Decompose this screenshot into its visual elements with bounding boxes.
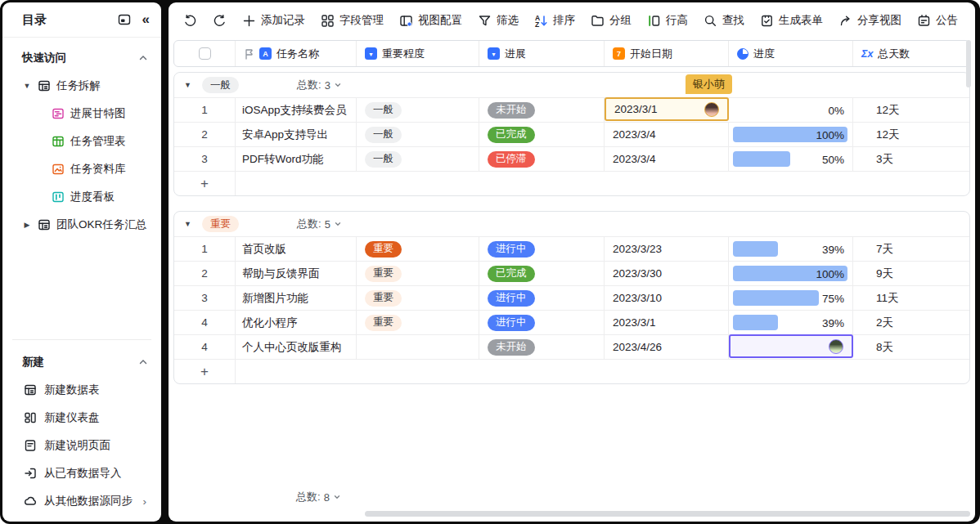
share-icon <box>838 14 852 28</box>
collaborator-cursor-tag: 银小萌 <box>686 74 732 94</box>
sidebar-item-task-library[interactable]: 任务资料库 <box>2 155 161 183</box>
sidebar-item-task-breakdown[interactable]: ▼ 任务拆解 <box>2 72 161 100</box>
panel-toggle-icon[interactable] <box>118 13 131 26</box>
collapse-sidebar-icon[interactable]: « <box>142 11 150 28</box>
importance-badge: 一般 <box>365 102 402 119</box>
caret-down-icon[interactable]: ▼ <box>22 82 32 90</box>
chevron-right-icon[interactable]: › <box>143 495 147 508</box>
group-value-pill[interactable]: 一般 <box>202 77 239 93</box>
select-all-checkbox[interactable] <box>199 47 211 60</box>
row-height-button[interactable]: 行高 <box>647 13 688 28</box>
undo-icon <box>183 14 197 28</box>
sidebar-item-sync-datasource[interactable]: 从其他数据源同步 › <box>2 487 161 515</box>
sidebar-item-okr-summary[interactable]: ▶ 团队OKR任务汇总 <box>2 211 161 239</box>
group-count[interactable]: 总数:5 <box>297 217 342 231</box>
redo-icon <box>213 14 227 28</box>
table-row[interactable]: 2 帮助与反馈界面 重要 已完成 2023/3/30 100% 9天 <box>174 261 969 285</box>
column-header-start-date[interactable]: 7 开始日期 <box>605 41 729 66</box>
status-badge: 未开始 <box>488 339 535 356</box>
table-row[interactable]: 3 新增图片功能 重要 进行中 2023/3/10 75% 11天 <box>174 285 969 310</box>
progress-cell[interactable]: 100% <box>729 123 853 146</box>
sidebar-item-import-data[interactable]: 从已有数据导入 <box>2 459 161 487</box>
quick-access-section-header[interactable]: 快速访问 <box>2 44 161 72</box>
gantt-icon <box>52 107 65 120</box>
redo-button[interactable] <box>213 14 227 28</box>
table-icon <box>38 79 51 92</box>
sidebar-item-new-doc-page[interactable]: 新建说明页面 <box>2 432 161 459</box>
progress-cell[interactable]: 0% <box>729 98 853 122</box>
announcement-button[interactable]: 公告 <box>917 13 958 28</box>
add-record-button[interactable]: 添加记录 <box>242 13 305 28</box>
table-group-important: ▼ 重要 总数:5 1 首页改版 重要 进行中 2023/3/23 39% 7天… <box>173 211 970 384</box>
column-header-importance[interactable]: ▼ 重要程度 <box>357 41 479 66</box>
group-caret-down-icon[interactable]: ▼ <box>184 220 194 228</box>
sidebar-item-label: 新建数据表 <box>44 383 100 397</box>
plus-icon[interactable]: + <box>174 360 236 383</box>
group-value-pill[interactable]: 重要 <box>202 216 239 232</box>
horizontal-scrollbar[interactable] <box>365 511 970 517</box>
chevron-down-icon <box>334 81 342 89</box>
importance-badge: 一般 <box>365 151 402 168</box>
group-count[interactable]: 总数:3 <box>297 78 342 92</box>
importance-badge: 重要 <box>365 315 402 331</box>
svg-text:Z: Z <box>535 20 539 28</box>
status-badge: 已完成 <box>488 266 535 282</box>
add-row-button[interactable]: + <box>174 359 969 383</box>
sidebar-item-label: 从已有数据导入 <box>44 466 122 481</box>
quick-access-label: 快速访问 <box>22 51 138 65</box>
status-badge: 已停滞 <box>488 151 535 168</box>
status-badge: 已完成 <box>488 127 535 143</box>
sidebar-item-new-dashboard[interactable]: 新建仪表盘 <box>2 404 161 432</box>
table-row[interactable]: 4 个人中心页改版重构 未开始 2023/4/26 8天 <box>174 334 969 359</box>
sidebar-title: 目录 <box>22 12 118 28</box>
progress-cell[interactable]: 39% <box>729 311 853 334</box>
primary-flag-icon <box>244 48 254 60</box>
chevron-up-icon[interactable] <box>138 53 148 63</box>
app-window: 目录 « 快速访问 ▼ 任务拆解 进展甘特图 任务管理表 <box>0 0 980 524</box>
chevron-down-icon <box>333 493 341 501</box>
progress-cell[interactable]: 39% <box>729 237 853 261</box>
column-header-task[interactable]: A 任务名称 <box>236 41 357 66</box>
add-row-button[interactable]: + <box>174 171 969 195</box>
table-row[interactable]: 3 PDF转Word功能 一般 已停滞 2023/3/4 50% 3天 <box>174 146 969 171</box>
group-button[interactable]: 分组 <box>591 13 632 28</box>
sidebar-item-label: 任务资料库 <box>70 162 126 177</box>
table-row[interactable]: 1 iOSApp支持续费会员 一般 未开始 2023/3/1 0% 12天 <box>174 97 969 122</box>
table-row[interactable]: 1 首页改版 重要 进行中 2023/3/23 39% 7天 <box>174 236 969 261</box>
chevron-down-icon <box>334 220 342 228</box>
toolbar: 添加记录 字段管理 视图配置 筛选 AZ 排序 分组 <box>169 2 975 38</box>
column-header-status[interactable]: ▼ 进展 <box>479 41 605 66</box>
view-config-button[interactable]: 视图配置 <box>399 13 462 28</box>
view-config-icon <box>399 14 413 28</box>
column-header-progress[interactable]: 进度 <box>729 41 853 66</box>
sidebar-item-progress-board[interactable]: 进度看板 <box>2 183 161 211</box>
filter-button[interactable]: 筛选 <box>478 13 519 28</box>
undo-button[interactable] <box>183 14 197 28</box>
share-view-button[interactable]: 分享视图 <box>838 13 901 28</box>
table-row[interactable]: 4 优化小程序 重要 进行中 2023/3/1 39% 2天 <box>174 310 969 334</box>
table-footer-count[interactable]: 总数:8 <box>296 490 341 504</box>
create-section-header[interactable]: 新建 <box>2 348 161 376</box>
chevron-up-icon[interactable] <box>138 357 148 367</box>
generate-form-button[interactable]: 生成表单 <box>760 13 823 28</box>
progress-cell[interactable]: 75% <box>729 286 853 310</box>
sort-button[interactable]: AZ 排序 <box>534 13 575 28</box>
find-button[interactable]: 查找 <box>704 13 744 28</box>
formula-field-icon: Σx <box>861 48 873 60</box>
field-manage-button[interactable]: 字段管理 <box>321 13 384 28</box>
sidebar-item-gantt[interactable]: 进展甘特图 <box>2 100 161 128</box>
sidebar-item-task-table[interactable]: 任务管理表 <box>2 128 161 155</box>
importance-badge: 重要 <box>365 241 402 258</box>
group-caret-down-icon[interactable]: ▼ <box>184 81 194 89</box>
table-row[interactable]: 2 安卓App支持导出 一般 已完成 2023/3/4 100% 12天 <box>174 122 969 146</box>
column-header-total-days[interactable]: Σx 总天数 <box>853 41 969 66</box>
plus-icon[interactable]: + <box>174 172 236 195</box>
progress-cell[interactable]: 100% <box>729 262 853 285</box>
vertical-scrollbar[interactable] <box>966 40 971 87</box>
progress-cell[interactable]: 50% <box>729 147 853 171</box>
caret-right-icon[interactable]: ▶ <box>22 221 32 229</box>
progress-cell-selected-by-collaborator[interactable] <box>729 334 853 358</box>
date-cell-selected-by-collaborator[interactable]: 2023/3/1 <box>605 97 729 121</box>
sidebar-item-new-table[interactable]: 新建数据表 <box>2 376 161 404</box>
table-icon <box>38 218 51 231</box>
